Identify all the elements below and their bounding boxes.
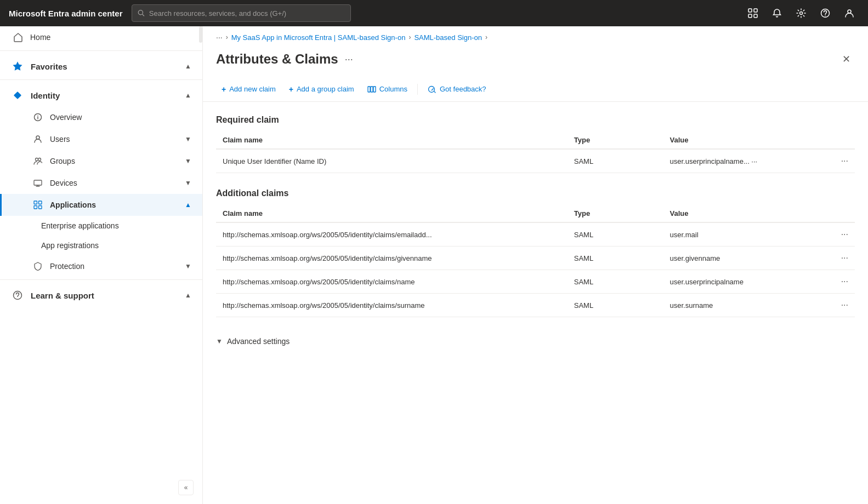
user-profile-icon[interactable] (839, 3, 859, 23)
groups-chevron: ▼ (185, 157, 191, 165)
sidebar-item-protection[interactable]: Protection ▼ (0, 255, 202, 277)
required-claim-row-1[interactable]: Unique User Identifier (Name ID) SAML us… (216, 149, 855, 173)
users-label: Users (50, 135, 178, 144)
additional-col-type: Type (568, 205, 663, 222)
app-title: Microsoft Entra admin center (9, 9, 123, 18)
additional-row-dots-2[interactable]: ··· (830, 253, 848, 263)
advanced-settings-label: Advanced settings (227, 337, 290, 346)
sidebar-item-overview[interactable]: Overview (0, 106, 202, 128)
add-claim-label: Add new claim (229, 85, 276, 93)
identity-diamond-icon (11, 89, 24, 102)
devices-chevron: ▼ (185, 179, 191, 187)
additional-claim-type-2: SAML (568, 247, 663, 270)
divider-3 (0, 279, 202, 280)
sidebar-item-applications[interactable]: Applications ▲ (0, 194, 202, 216)
home-label: Home (30, 33, 191, 42)
additional-row-dots-4[interactable]: ··· (830, 300, 848, 310)
sidebar-item-groups[interactable]: Groups ▼ (0, 150, 202, 172)
toolbar: + Add new claim + Add a group claim Colu… (203, 77, 868, 102)
top-navigation: Microsoft Entra admin center (0, 0, 868, 26)
groups-icon (32, 156, 43, 167)
svg-point-14 (36, 136, 39, 139)
svg-point-16 (38, 158, 41, 161)
svg-point-28 (429, 87, 435, 93)
columns-label: Columns (379, 85, 407, 93)
svg-point-13 (37, 115, 38, 116)
sidebar-item-devices[interactable]: Devices ▼ (0, 172, 202, 194)
panel-more-options[interactable]: ··· (345, 54, 353, 65)
svg-rect-21 (39, 201, 42, 204)
additional-row-dots-1[interactable]: ··· (830, 230, 848, 239)
sidebar-section-favorites[interactable]: Favorites ▲ (0, 53, 202, 77)
required-claim-title: Required claim (216, 115, 855, 125)
svg-rect-5 (754, 14, 757, 18)
sidebar-item-home[interactable]: Home (0, 26, 202, 48)
svg-point-8 (825, 15, 826, 16)
close-button[interactable]: ✕ (837, 50, 855, 68)
sidebar-section-identity[interactable]: Identity ▲ (0, 82, 202, 106)
additional-claim-action-1[interactable]: ··· (823, 222, 855, 247)
sidebar-item-enterprise-apps[interactable]: Enterprise applications (0, 216, 202, 236)
breadcrumb-saml-sign-on[interactable]: SAML-based Sign-on (414, 33, 482, 42)
svg-rect-27 (373, 87, 376, 92)
identity-label: Identity (31, 91, 60, 100)
svg-point-9 (848, 10, 851, 13)
panel-title: Attributes & Claims (216, 51, 338, 67)
additional-claim-action-4[interactable]: ··· (823, 294, 855, 317)
add-new-claim-button[interactable]: + Add new claim (216, 82, 281, 97)
columns-button[interactable]: Columns (362, 81, 413, 97)
learn-support-chevron: ▲ (185, 291, 191, 299)
additional-col-action (823, 205, 855, 222)
add-claim-icon: + (222, 85, 226, 94)
additional-claim-action-2[interactable]: ··· (823, 247, 855, 270)
additional-claim-row-4[interactable]: http://schemas.xmlsoap.org/ws/2005/05/id… (216, 294, 855, 317)
additional-col-value: Value (663, 205, 823, 222)
breadcrumb-ellipsis[interactable]: ··· (216, 33, 223, 42)
breadcrumb-saas-app[interactable]: My SaaS App in Microsoft Entra | SAML-ba… (231, 33, 406, 42)
additional-claim-action-3[interactable]: ··· (823, 270, 855, 294)
devices-label: Devices (50, 179, 178, 187)
svg-rect-26 (371, 87, 373, 92)
add-group-label: Add a group claim (297, 85, 354, 93)
additional-row-dots-3[interactable]: ··· (830, 277, 848, 287)
portal-icon[interactable] (743, 3, 763, 23)
identity-chevron: ▲ (185, 91, 191, 99)
breadcrumb-sep-2: › (409, 33, 411, 41)
help-icon[interactable] (815, 3, 835, 23)
settings-icon[interactable] (791, 3, 811, 23)
notifications-icon[interactable] (767, 3, 787, 23)
additional-claim-row-2[interactable]: http://schemas.xmlsoap.org/ws/2005/05/id… (216, 247, 855, 270)
sidebar-section-learn-support[interactable]: Learn & support ▲ (0, 282, 202, 306)
sidebar: Home Favorites ▲ Identity ▲ Overview (0, 26, 203, 504)
required-claim-action-1[interactable]: ··· (823, 149, 855, 173)
additional-claim-type-1: SAML (568, 222, 663, 247)
additional-claims-title: Additional claims (216, 188, 855, 198)
feedback-button[interactable]: Got feedback? (422, 81, 492, 97)
svg-rect-4 (748, 14, 752, 18)
main-content: ··· › My SaaS App in Microsoft Entra | S… (203, 26, 868, 504)
home-icon (13, 32, 24, 43)
sidebar-item-app-registrations[interactable]: App registrations (0, 236, 202, 255)
additional-claim-type-4: SAML (568, 294, 663, 317)
collapse-sidebar-button[interactable]: « (178, 480, 194, 495)
content-area: Required claim Claim name Type Value Uni… (203, 102, 868, 504)
learn-support-label: Learn & support (31, 291, 94, 300)
additional-claim-row-1[interactable]: http://schemas.xmlsoap.org/ws/2005/05/id… (216, 222, 855, 247)
additional-claim-value-4: user.surname (663, 294, 823, 317)
applications-chevron: ▲ (185, 201, 191, 209)
feedback-icon (428, 84, 436, 94)
sidebar-item-users[interactable]: Users ▼ (0, 128, 202, 150)
required-row-dots-1[interactable]: ··· (830, 156, 848, 166)
advanced-chevron: ▼ (216, 337, 223, 345)
additional-claim-value-3: user.userprincipalname (663, 270, 823, 294)
overview-label: Overview (50, 113, 191, 122)
advanced-settings-toggle[interactable]: ▼ Advanced settings (216, 333, 855, 350)
users-icon (32, 134, 43, 145)
search-bar[interactable] (132, 4, 351, 22)
add-group-claim-button[interactable]: + Add a group claim (283, 82, 360, 97)
svg-rect-25 (368, 87, 370, 92)
additional-claim-row-3[interactable]: http://schemas.xmlsoap.org/ws/2005/05/id… (216, 270, 855, 294)
collapse-area: « (0, 306, 202, 339)
svg-point-6 (800, 12, 803, 15)
search-input[interactable] (149, 9, 345, 18)
